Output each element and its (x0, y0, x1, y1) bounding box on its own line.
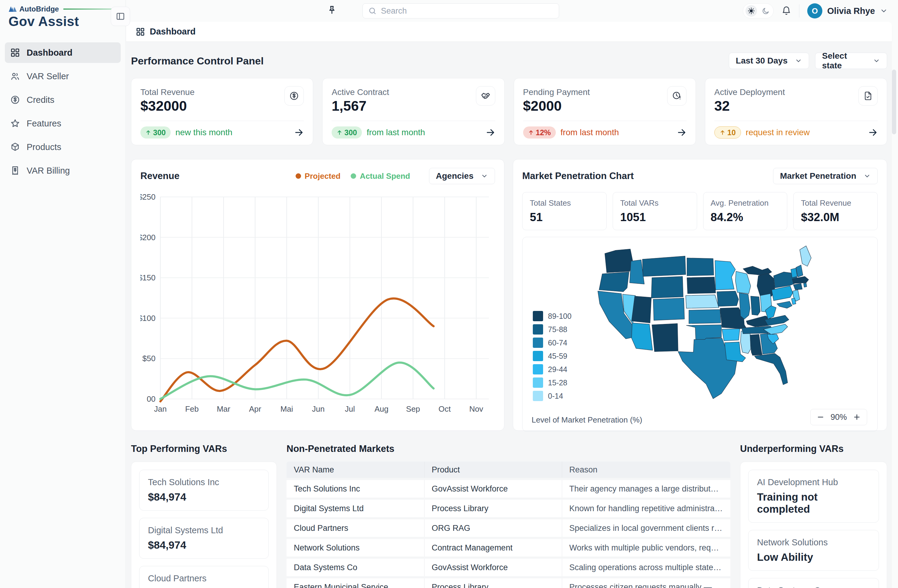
arrow-right-icon[interactable] (677, 127, 686, 137)
plus-icon[interactable] (853, 413, 861, 421)
sidebar-item-dashboard[interactable]: Dashboard (5, 42, 121, 63)
state-sd[interactable] (687, 277, 716, 294)
state-co[interactable] (653, 298, 684, 320)
trend-badge: 300 (332, 126, 362, 138)
sidebar-item-credits[interactable]: Credits (5, 89, 121, 110)
topbar: O Olivia Rhye (126, 0, 898, 22)
list-item[interactable]: Tech Solutions Inc $84,974 (139, 470, 269, 511)
state-nd[interactable] (687, 258, 714, 276)
list-item[interactable]: Network Solutions Low Ability (748, 530, 879, 571)
state-select[interactable]: Select state (815, 53, 887, 69)
list-item[interactable]: AI Development Hub Training not complete… (748, 470, 879, 523)
list-item[interactable]: Digital Systems Ltd $84,974 (139, 518, 269, 559)
grid-icon (10, 48, 20, 57)
clock-alert-icon[interactable] (667, 86, 686, 106)
user-name: Olivia Rhye (827, 6, 875, 16)
state-md[interactable] (777, 301, 792, 308)
state-ri[interactable] (804, 283, 807, 287)
state-id[interactable] (630, 260, 644, 284)
state-pa[interactable] (772, 286, 793, 300)
us-choropleth-map[interactable] (593, 243, 835, 408)
search-input[interactable] (381, 6, 554, 16)
sun-icon[interactable] (746, 5, 757, 17)
state-az[interactable] (632, 323, 652, 350)
breadcrumb-label[interactable]: Dashboard (150, 27, 195, 37)
state-ia[interactable] (717, 291, 739, 306)
stat-total-states: Total States 51 (522, 192, 607, 230)
legend-dot (295, 173, 301, 179)
state-ks[interactable] (689, 309, 721, 323)
kpi-value: 32 (714, 98, 785, 114)
state-or[interactable] (599, 272, 629, 292)
table-row[interactable]: Eastern Municipal Service Process Librar… (286, 578, 730, 588)
table-row[interactable]: Digital Systems Ltd Process Library Know… (286, 500, 730, 517)
state-il[interactable] (739, 293, 750, 319)
minus-icon[interactable] (817, 413, 824, 421)
kpi-value: $2000 (523, 98, 590, 114)
svg-text:$200: $200 (140, 233, 155, 242)
kpi-value: $32000 (140, 98, 195, 114)
sidebar-item-var-seller[interactable]: VAR Seller (5, 66, 121, 86)
state-al[interactable] (750, 334, 762, 355)
kpi-note: request in review (746, 127, 810, 137)
arrow-right-icon[interactable] (868, 127, 878, 137)
state-mn[interactable] (715, 260, 735, 290)
market-view-value: Market Penetration (780, 171, 856, 181)
date-range-select[interactable]: Last 30 Days (729, 53, 809, 69)
legend-swatch (533, 364, 543, 375)
theme-toggle[interactable] (743, 3, 773, 18)
state-in[interactable] (750, 296, 760, 315)
arrow-right-icon[interactable] (294, 127, 304, 137)
state-wy[interactable] (651, 276, 683, 298)
scrollbar-thumb[interactable] (892, 69, 896, 134)
state-ar[interactable] (722, 329, 740, 341)
state-ms[interactable] (740, 331, 750, 353)
table-row[interactable]: Cloud Partners ORG RAG Specializes in lo… (286, 519, 730, 537)
handshake-icon[interactable] (476, 86, 495, 106)
arrow-right-icon[interactable] (486, 127, 495, 137)
sidebar-item-features[interactable]: Features (5, 113, 121, 134)
moon-icon[interactable] (762, 7, 770, 15)
agencies-select[interactable]: Agencies (429, 168, 495, 184)
users-icon (10, 71, 20, 81)
arrow-up-icon (528, 129, 534, 135)
dollar-circle-icon[interactable] (284, 86, 304, 106)
revenue-chart-card: Revenue Projected Actual Spend Agencies … (131, 159, 504, 431)
table-row[interactable]: Network Solutions Contract Management Wo… (286, 539, 730, 557)
state-nm[interactable] (652, 324, 678, 352)
state-mt[interactable] (642, 256, 686, 276)
market-view-select[interactable]: Market Penetration (773, 168, 878, 184)
bell-icon[interactable] (781, 6, 791, 16)
svg-text:Nov: Nov (469, 404, 483, 413)
panel-left-icon (116, 12, 125, 21)
agencies-value: Agencies (436, 171, 474, 181)
state-ut[interactable] (632, 296, 651, 323)
state-wa[interactable] (605, 249, 633, 273)
kpi-note: new this month (175, 127, 232, 137)
sidebar-item-var-billing[interactable]: VAR Billing (5, 160, 121, 181)
brand-accent-line (63, 8, 118, 10)
top-vars-title: Top Performing VARs (131, 444, 277, 454)
kpi-value: 1,567 (332, 98, 389, 114)
state-ne[interactable] (686, 295, 718, 308)
sidebar-collapse-button[interactable] (111, 7, 130, 26)
svg-text:$250: $250 (140, 192, 155, 201)
pin-icon[interactable] (327, 5, 337, 15)
user-menu[interactable]: O Olivia Rhye (807, 3, 888, 18)
state-wi[interactable] (735, 271, 751, 294)
table-row[interactable]: Tech Solutions Inc GovAssist Workforce T… (286, 480, 730, 497)
svg-text:Oct: Oct (438, 404, 451, 413)
list-item[interactable]: Cloud Partners $84,974 (139, 566, 269, 588)
list-item[interactable]: Data Systems Co No Deployment (748, 578, 879, 588)
package-icon (10, 142, 20, 152)
legend-swatch (533, 391, 543, 401)
brand-company: AutoBridge (19, 5, 59, 13)
state-ct[interactable] (793, 283, 802, 290)
state-fl[interactable] (755, 353, 787, 385)
page-title: Performance Control Panel (131, 55, 263, 67)
file-check-icon[interactable] (858, 86, 878, 106)
sidebar-item-products[interactable]: Products (5, 137, 121, 157)
state-me[interactable] (800, 246, 811, 266)
table-row[interactable]: Data Systems Co GovAssist Workforce Scal… (286, 559, 730, 576)
brand-product: Gov Assist (8, 14, 118, 29)
